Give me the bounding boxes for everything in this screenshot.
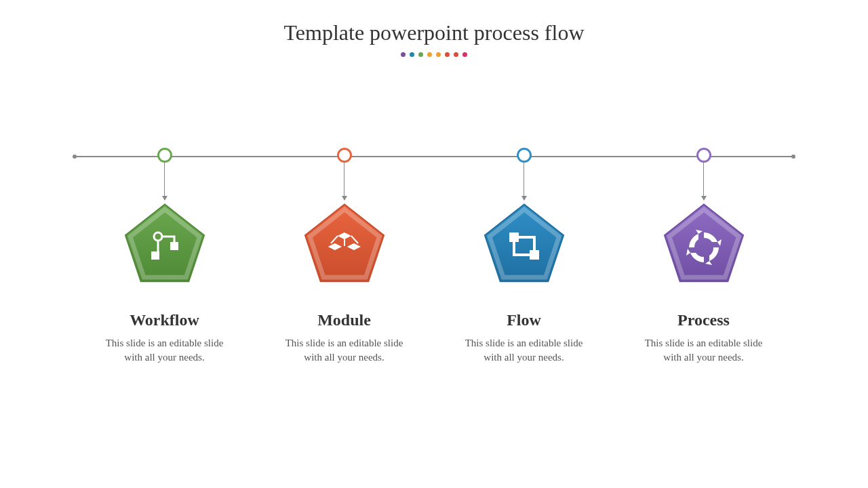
timeline-ring [157,148,172,163]
module-icon [326,228,363,266]
step-desc: This slide is an editable slide with all… [460,336,589,365]
slide-title: Template powerpoint process flow [0,0,868,45]
step-label: Process [677,311,730,329]
decor-dot [427,52,432,57]
process-icon [685,228,723,266]
process-step: Workflow This slide is an editable slide… [90,148,239,365]
step-row: Workflow This slide is an editable slide… [75,148,793,365]
decor-dot [445,52,450,57]
pentagon-shape [660,203,748,284]
decor-dot [436,52,441,57]
timeline-ring [696,148,711,163]
pentagon-shape [121,203,209,284]
connector-line [344,163,345,200]
process-step: Process This slide is an editable slide … [629,148,778,365]
pentagon-shape [300,203,389,284]
step-desc: This slide is an editable slide with all… [100,336,229,365]
step-desc: This slide is an editable slide with all… [280,336,409,365]
step-label: Flow [507,311,541,329]
step-label: Module [317,311,371,329]
decor-dot [401,52,406,57]
connector-line [524,163,525,200]
process-step: Module This slide is an editable slide w… [270,148,419,365]
timeline-ring [517,148,532,163]
decor-dot [410,52,414,57]
step-label: Workflow [130,311,199,329]
pentagon-shape [480,203,568,284]
decor-dot [462,52,467,57]
flow-icon [505,228,543,266]
timeline-ring [337,148,352,163]
connector-line [164,163,165,200]
workflow-icon [146,228,184,266]
process-step: Flow This slide is an editable slide wit… [450,148,599,365]
decor-dot [454,52,458,57]
decor-dot-row [0,52,868,57]
decor-dot [418,52,423,57]
connector-line [703,163,705,200]
step-desc: This slide is an editable slide with all… [639,336,768,365]
